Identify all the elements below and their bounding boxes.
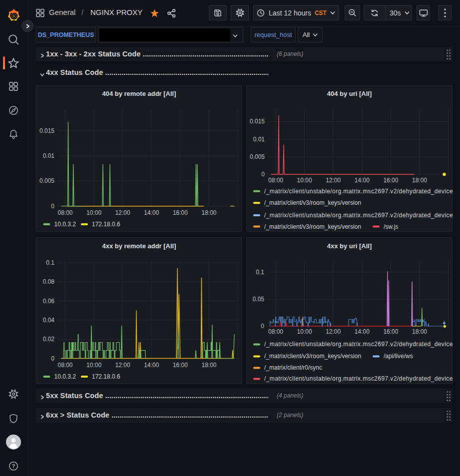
- svg-text:?: ?: [11, 463, 15, 469]
- svg-text:0.015: 0.015: [39, 127, 54, 134]
- svg-text:0.01: 0.01: [253, 136, 265, 143]
- svg-text:172.18.0.6: 172.18.0.6: [92, 221, 120, 228]
- svg-text:0.04: 0.04: [43, 317, 55, 324]
- svg-text:/_matrix/client/unstable/org.m: /_matrix/client/unstable/org.matrix.msc2…: [264, 188, 453, 195]
- svg-text:0.06: 0.06: [43, 298, 55, 305]
- svg-text:14:00: 14:00: [144, 209, 159, 216]
- svg-text:/_matrix/client/v3/room_keys/v: /_matrix/client/v3/room_keys/version: [264, 199, 361, 206]
- svg-text:16:00: 16:00: [173, 362, 188, 369]
- svg-text:14:00: 14:00: [144, 362, 159, 369]
- svg-text:16:00: 16:00: [173, 209, 188, 216]
- svg-text:10:00: 10:00: [297, 177, 312, 184]
- svg-text:0: 0: [261, 323, 264, 330]
- svg-text:08:00: 08:00: [57, 362, 72, 369]
- svg-text:0: 0: [261, 171, 265, 178]
- svg-text:0.01: 0.01: [43, 152, 55, 159]
- svg-text:0: 0: [51, 355, 54, 362]
- svg-text:18:00: 18:00: [412, 328, 427, 335]
- svg-text:10.0.3.2: 10.0.3.2: [54, 221, 76, 228]
- svg-text:/api/live/ws: /api/live/ws: [384, 353, 413, 360]
- svg-text:16:00: 16:00: [383, 328, 398, 335]
- svg-text:12:00: 12:00: [115, 362, 130, 369]
- svg-text:12:00: 12:00: [115, 209, 130, 216]
- svg-text:08:00: 08:00: [268, 328, 283, 335]
- svg-text:0.015: 0.015: [250, 118, 265, 125]
- svg-text:0.05: 0.05: [253, 296, 265, 303]
- svg-text:18:00: 18:00: [412, 177, 427, 184]
- svg-text:0.08: 0.08: [43, 278, 55, 285]
- svg-text:172.18.0.6: 172.18.0.6: [92, 373, 120, 380]
- svg-text:10:00: 10:00: [86, 209, 101, 216]
- svg-text:0.005: 0.005: [250, 153, 265, 160]
- svg-text:0.1: 0.1: [46, 259, 54, 266]
- svg-text:10.0.3.2: 10.0.3.2: [54, 373, 76, 380]
- svg-text:/_matrix/client/v3/room_keys/v: /_matrix/client/v3/room_keys/version: [264, 353, 361, 360]
- svg-text:/_matrix/client/unstable/org.m: /_matrix/client/unstable/org.matrix.msc2…: [264, 212, 453, 219]
- svg-text:0: 0: [51, 203, 54, 210]
- svg-text:14:00: 14:00: [355, 177, 370, 184]
- svg-text:16:00: 16:00: [383, 177, 398, 184]
- svg-text:12:00: 12:00: [326, 328, 341, 335]
- svg-text:0.02: 0.02: [43, 336, 55, 343]
- svg-text:12:00: 12:00: [326, 177, 341, 184]
- svg-text:/_matrix/client/unstable/org.m: /_matrix/client/unstable/org.matrix.msc2…: [264, 341, 453, 348]
- svg-text:0.005: 0.005: [39, 177, 54, 184]
- svg-text:10:00: 10:00: [86, 362, 101, 369]
- svg-text:0.1: 0.1: [256, 269, 264, 276]
- svg-text:/_matrix/client/v3/room_keys/v: /_matrix/client/v3/room_keys/version: [264, 223, 361, 230]
- svg-text:18:00: 18:00: [201, 362, 216, 369]
- svg-text:08:00: 08:00: [57, 209, 72, 216]
- svg-text:08:00: 08:00: [268, 177, 283, 184]
- svg-text:/sw.js: /sw.js: [384, 223, 398, 230]
- svg-text:10:00: 10:00: [297, 328, 312, 335]
- svg-text:/_matrix/client/unstable/org.m: /_matrix/client/unstable/org.matrix.msc2…: [264, 375, 453, 382]
- svg-text:18:00: 18:00: [201, 209, 216, 216]
- svg-text:/_matrix/client/r0/sync: /_matrix/client/r0/sync: [264, 364, 322, 371]
- svg-text:14:00: 14:00: [355, 328, 370, 335]
